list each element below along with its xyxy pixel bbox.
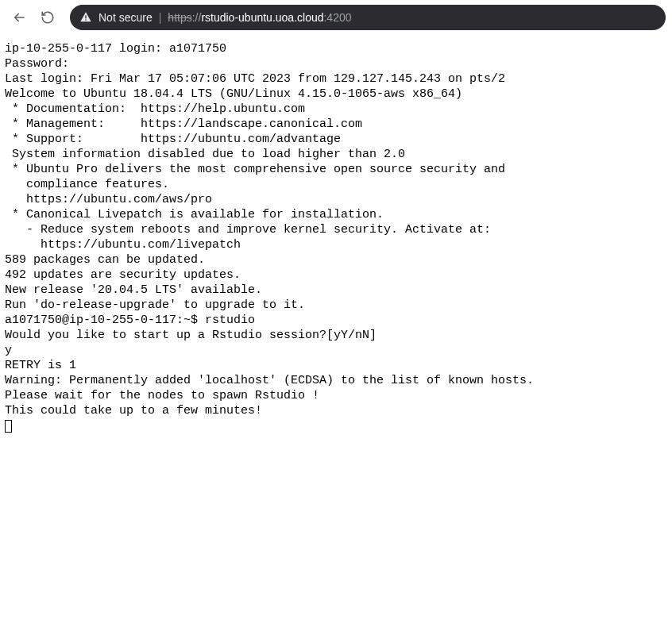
terminal-line: System information disabled due to load … — [5, 147, 667, 162]
terminal-line: Welcome to Ubuntu 18.04.4 LTS (GNU/Linux… — [5, 87, 667, 102]
terminal-line: RETRY is 1 — [5, 358, 667, 373]
terminal-line: Run 'do-release-upgrade' to upgrade to i… — [5, 298, 667, 313]
terminal-line: compliance features. — [5, 177, 667, 192]
terminal-line: * Canonical Livepatch is available for i… — [5, 207, 667, 222]
terminal-line: * Support: https://ubuntu.com/advantage — [5, 132, 667, 147]
back-button[interactable] — [6, 5, 32, 30]
terminal-line: 492 updates are security updates. — [5, 267, 667, 283]
terminal-line: Please wait for the nodes to spawn Rstud… — [5, 388, 667, 403]
terminal-line: This could take up to a few minutes! — [5, 403, 667, 418]
terminal-line: * Management: https://landscape.canonica… — [5, 117, 667, 132]
arrow-left-icon — [12, 10, 26, 25]
terminal-line: New release '20.04.5 LTS' available. — [5, 283, 667, 298]
terminal-line: https://ubuntu.com/livepatch — [5, 237, 667, 252]
terminal-line: * Ubuntu Pro delivers the most comprehen… — [5, 162, 667, 177]
warning-icon — [79, 11, 92, 24]
terminal-line: https://ubuntu.com/aws/pro — [5, 192, 667, 207]
refresh-icon — [41, 10, 55, 25]
terminal-line: Password: — [5, 56, 667, 71]
separator: | — [159, 11, 162, 24]
terminal-line: - Reduce system reboots and improve kern… — [5, 222, 667, 237]
url-text: https://rstudio-ubuntu.uoa.cloud:4200 — [168, 11, 351, 24]
terminal-line: 589 packages can be updated. — [5, 252, 667, 267]
terminal-line: Warning: Permanently added 'localhost' (… — [5, 373, 667, 388]
terminal-line: ip-10-255-0-117 login: a1071750 — [5, 41, 667, 56]
terminal-line: Last login: Fri Mar 17 05:07:06 UTC 2023… — [5, 71, 667, 87]
terminal-line: Would you like to start up a Rstudio ses… — [5, 328, 667, 343]
address-bar[interactable]: Not secure | https://rstudio-ubuntu.uoa.… — [70, 5, 666, 30]
terminal-line: a1071750@ip-10-255-0-117:~$ rstudio — [5, 313, 667, 328]
svg-rect-1 — [85, 15, 86, 18]
not-secure-label: Not secure — [98, 11, 153, 24]
terminal-cursor — [5, 420, 12, 433]
refresh-button[interactable] — [35, 5, 60, 30]
svg-rect-2 — [85, 19, 86, 20]
terminal-output[interactable]: ip-10-255-0-117 login: a1071750Password:… — [0, 35, 672, 433]
browser-toolbar: Not secure | https://rstudio-ubuntu.uoa.… — [0, 0, 672, 35]
terminal-line: y — [5, 343, 667, 358]
terminal-line: * Documentation: https://help.ubuntu.com — [5, 102, 667, 117]
